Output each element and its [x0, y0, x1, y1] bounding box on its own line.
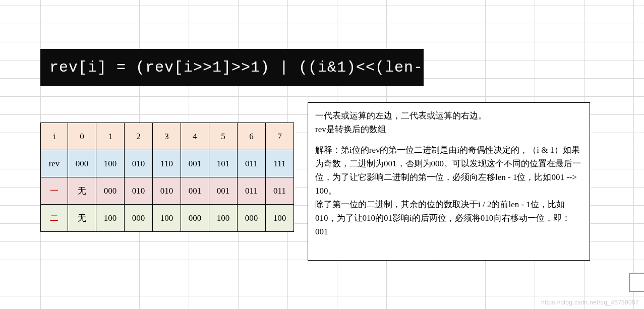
table-row: rev 000 100 010 110 001 101 011 111	[41, 150, 294, 177]
cell: 100	[209, 205, 238, 232]
cell: 001	[209, 177, 238, 205]
table-row: i 0 1 2 3 4 5 6 7	[41, 123, 294, 150]
cell: 100	[266, 205, 294, 232]
cell: 无	[68, 177, 96, 205]
explanation-box: 一代表或运算的左边，二代表或运算的右边。 rev是转换后的数组 解释：第i位的r…	[308, 102, 590, 261]
cell: 010	[153, 177, 181, 205]
cell: 7	[266, 123, 294, 150]
cell: 110	[153, 150, 181, 177]
explain-line: rev是转换后的数组	[315, 122, 582, 136]
row-header-i: i	[41, 123, 68, 150]
explain-line: 除了第一位的二进制，其余的位的数取决于i / 2的前len - 1位，比如010…	[315, 198, 582, 238]
cell: 4	[181, 123, 209, 150]
code-formula: rev[i] = (rev[i>>1]>>1) | ((i&1)<<(len-1…	[40, 49, 424, 86]
cell: 000	[96, 177, 125, 205]
cell: 011	[238, 150, 266, 177]
cell: 101	[209, 150, 238, 177]
row-header-one: 一	[41, 177, 68, 205]
cell: 100	[96, 205, 125, 232]
cell: 100	[153, 205, 181, 232]
row-header-rev: rev	[41, 150, 68, 177]
rev-table: i 0 1 2 3 4 5 6 7 rev 000 100 010 110 00…	[40, 122, 294, 232]
cell: 000	[68, 150, 96, 177]
cell: 010	[125, 177, 153, 205]
cell: 3	[153, 123, 181, 150]
cell: 000	[181, 205, 209, 232]
table-row: 一 无 000 010 010 001 001 011 011	[41, 177, 294, 205]
selection-rect	[629, 273, 644, 292]
watermark: https://blog.csdn.net/qq_45759057	[541, 299, 639, 306]
cell: 100	[96, 150, 125, 177]
cell: 010	[125, 150, 153, 177]
cell: 0	[68, 123, 96, 150]
table-row: 二 无 100 000 100 000 100 000 100	[41, 205, 294, 232]
cell: 2	[125, 123, 153, 150]
cell: 5	[209, 123, 238, 150]
cell: 111	[266, 150, 294, 177]
cell: 000	[125, 205, 153, 232]
cell: 000	[238, 205, 266, 232]
cell: 1	[96, 123, 125, 150]
cell: 001	[181, 150, 209, 177]
cell: 6	[238, 123, 266, 150]
cell: 001	[181, 177, 209, 205]
explain-line: 一代表或运算的左边，二代表或运算的右边。	[315, 109, 582, 122]
cell: 011	[266, 177, 294, 205]
row-header-two: 二	[41, 205, 68, 232]
explain-line: 解释：第i位的rev的第一位二进制是由i的奇偶性决定的，（i & 1）如果为奇数…	[315, 143, 582, 198]
cell: 无	[68, 205, 96, 232]
cell: 011	[238, 177, 266, 205]
